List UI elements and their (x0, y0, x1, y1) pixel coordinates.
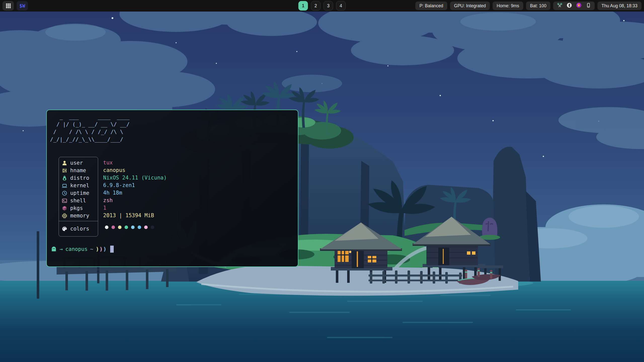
palette-dots (105, 225, 154, 229)
fetch-row-memory: memory (59, 212, 98, 219)
fetch-value-uptime: 4h 18m (103, 189, 167, 197)
chip-icon (61, 213, 68, 219)
palette-dot (118, 225, 122, 229)
fetch-value-kernel: 6.9.8-zen1 (103, 182, 167, 189)
power-profile-pill[interactable]: P: Balanced (415, 2, 447, 10)
nixos-ascii-logo: _ ___ ____ ____ / |/ (_)_ __/ __ \/ __/ … (50, 113, 130, 143)
terminal-icon (61, 198, 68, 204)
fetch-value-user: tux (103, 159, 167, 166)
fetch-row-distro: distro (59, 174, 98, 182)
fetch-label: user (70, 160, 83, 166)
hostname-icon (61, 168, 68, 173)
bar-right-group: P: Balanced GPU: Integrated Home: 9ms Ba… (415, 2, 641, 10)
fetch-label: shell (70, 198, 86, 204)
fetch-label: memory (70, 213, 89, 219)
clock-icon (61, 190, 68, 196)
system-tray (553, 2, 595, 10)
fetch-values: tux canopus NixOS 24.11 (Vicuna) 6.9.8-z… (103, 159, 167, 219)
fetch-row-kernel: kernel (59, 182, 98, 189)
fetch-row-uptime: uptime (59, 189, 98, 197)
prompt-chevrons: ) ) ) (96, 246, 107, 252)
penguin-icon (61, 175, 68, 181)
prompt-host: canopus (65, 246, 88, 252)
palette-dot (125, 225, 128, 229)
prompt-chevron: ) (103, 246, 107, 252)
workspace-2[interactable]: 2 (311, 1, 320, 11)
user-icon (61, 160, 68, 166)
fetch-row-hname: hname (59, 167, 98, 174)
fetch-value-distro: NixOS 24.11 (Vicuna) (103, 174, 167, 182)
terminal-cursor (110, 246, 114, 253)
battery-pill[interactable]: Bat: 100 (526, 2, 550, 10)
laptop-icon (61, 183, 68, 189)
palette-dot (138, 225, 141, 229)
palette-dot (105, 225, 108, 229)
flame-app-icon[interactable] (576, 2, 582, 10)
fetch-label: uptime (70, 190, 89, 196)
fetch-row-user: user (59, 159, 98, 167)
phone-icon[interactable] (586, 3, 591, 9)
workspace-switcher: 1 2 3 4 (298, 1, 346, 11)
fetch-label: colors (70, 226, 89, 232)
fetch-row-colors: colors (59, 221, 98, 236)
palette-dot (111, 225, 115, 229)
workspace-1[interactable]: 1 (298, 1, 308, 11)
workspace-4[interactable]: 4 (336, 1, 346, 11)
fetch-label: pkgs (70, 205, 83, 211)
fetch-value-shell: zsh (103, 197, 167, 204)
palette-dot (144, 225, 148, 229)
apps-grid-icon[interactable] (3, 1, 14, 11)
fetch-label: kernel (70, 183, 89, 189)
prompt-chevron: ) (99, 246, 103, 252)
fetch-label: distro (70, 175, 89, 181)
workspace-3[interactable]: 3 (324, 1, 333, 11)
fetch-value-memory: 2013 | 15394 MiB (103, 212, 167, 219)
bluetooth-icon[interactable] (567, 3, 572, 9)
prompt-path: ~ (90, 246, 93, 252)
palette-dot (151, 225, 154, 229)
shell-prompt[interactable]: → canopus ~ ) ) ) (51, 245, 114, 253)
top-bar: $W 1 2 3 4 P: Balanced GPU: Integrated H… (0, 0, 644, 12)
prompt-arrow: → (60, 246, 63, 252)
prompt-chevron: ) (96, 246, 99, 252)
gpu-pill[interactable]: GPU: Integrated (450, 2, 490, 10)
fetch-value-pkgs: 1 (103, 204, 167, 212)
fetch-value-hname: canopus (103, 166, 167, 174)
terminal-window[interactable]: _ ___ ____ ____ / |/ (_)_ __/ __ \/ __/ … (46, 110, 298, 267)
palette-dot (131, 225, 135, 229)
scissors-icon[interactable] (557, 2, 563, 10)
fetch-row-shell: shell (59, 197, 98, 204)
ghost-icon (51, 246, 57, 252)
dollar-w-logo[interactable]: $W (17, 1, 28, 11)
home-latency-pill[interactable]: Home: 9ms (493, 2, 523, 10)
clock-pill[interactable]: Thu Aug 08, 18:33 (597, 2, 641, 10)
package-icon (61, 205, 68, 211)
palette-icon (61, 226, 68, 232)
fetch-row-pkgs: pkgs (59, 204, 98, 212)
fetch-label: hname (70, 167, 86, 173)
bar-left-group: $W (3, 1, 28, 11)
fetch-info-box: user hname distro kernel uptime (59, 157, 98, 237)
